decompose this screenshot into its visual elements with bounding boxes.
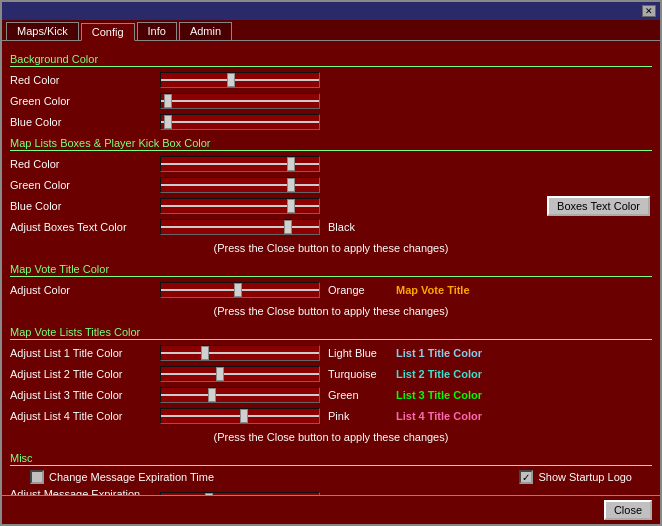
- mvt-adjust-slider-track: [160, 282, 320, 298]
- mvt-note: (Press the Close button to apply these c…: [10, 305, 652, 317]
- mvt-adjust-slider-knob[interactable]: [234, 283, 242, 297]
- change-msg-label: Change Message Expiration Time: [49, 471, 214, 483]
- bottom-bar: Close: [2, 495, 660, 524]
- mvl-row-0: Adjust List 1 Title Color Light Blue Lis…: [10, 344, 652, 362]
- ml-red-slider-knob[interactable]: [287, 157, 295, 171]
- bg-green-slider-knob[interactable]: [164, 94, 172, 108]
- ml-green-row: Green Color: [10, 176, 652, 194]
- ml-adjust-label: Adjust Boxes Text Color: [10, 221, 160, 233]
- map-vote-lists-header: Map Vote Lists Titles Color: [10, 326, 652, 340]
- background-color-header: Background Color: [10, 53, 652, 67]
- ml-note-row: (Press the Close button to apply these c…: [10, 239, 652, 257]
- mvl-slider-knob-0[interactable]: [201, 346, 209, 360]
- mvl-value-2: Green: [328, 389, 388, 401]
- mvl-row-2: Adjust List 3 Title Color Green List 3 T…: [10, 386, 652, 404]
- bg-green-label: Green Color: [10, 95, 160, 107]
- mvl-title-0: List 1 Title Color: [396, 347, 482, 359]
- bg-green-slider-line: [161, 100, 319, 102]
- config-content: Background Color Red Color Green Color B…: [2, 41, 660, 495]
- bg-blue-row: Blue Color: [10, 113, 652, 131]
- mvl-slider-line-2: [161, 394, 319, 396]
- mvl-slider-track-1: [160, 366, 320, 382]
- tab-info[interactable]: Info: [137, 22, 177, 40]
- mvl-row-3: Adjust List 4 Title Color Pink List 4 Ti…: [10, 407, 652, 425]
- bg-red-slider-knob[interactable]: [227, 73, 235, 87]
- ml-green-label: Green Color: [10, 179, 160, 191]
- mvl-label-1: Adjust List 2 Title Color: [10, 368, 160, 380]
- mvl-title-2: List 3 Title Color: [396, 389, 482, 401]
- misc-expiration-row: Adjust Message Expiration Time 8 sec: [10, 488, 652, 495]
- bg-blue-slider-line: [161, 121, 319, 123]
- ml-blue-label: Blue Color: [10, 200, 160, 212]
- map-vote-title-header: Map Vote Title Color: [10, 263, 652, 277]
- show-startup-checkbox[interactable]: [519, 470, 533, 484]
- misc-header: Misc: [10, 452, 652, 466]
- mvl-row-1: Adjust List 2 Title Color Turquoise List…: [10, 365, 652, 383]
- ml-blue-slider-knob[interactable]: [287, 199, 295, 213]
- ml-adjust-row: Adjust Boxes Text Color Black: [10, 218, 652, 236]
- change-msg-checkbox[interactable]: [30, 470, 44, 484]
- mvt-value: Orange: [328, 284, 388, 296]
- ml-adjust-slider-line: [161, 226, 319, 228]
- bg-red-label: Red Color: [10, 74, 160, 86]
- ml-adjust-slider-knob[interactable]: [284, 220, 292, 234]
- misc-expiration-slider-knob[interactable]: [205, 493, 213, 495]
- tab-config[interactable]: Config: [81, 23, 135, 41]
- mvl-label-3: Adjust List 4 Title Color: [10, 410, 160, 422]
- bg-blue-slider-track: [160, 114, 320, 130]
- mvl-slider-track-2: [160, 387, 320, 403]
- ml-green-slider-knob[interactable]: [287, 178, 295, 192]
- bg-red-slider-line: [161, 79, 319, 81]
- ml-blue-row: Blue Color Boxes Text Color: [10, 197, 652, 215]
- mvl-note-row: (Press the Close button to apply these c…: [10, 428, 652, 446]
- mvl-slider-line-1: [161, 373, 319, 375]
- bg-green-slider-track: [160, 93, 320, 109]
- ml-adjust-value: Black: [328, 221, 388, 233]
- mvl-slider-track-3: [160, 408, 320, 424]
- mvl-title-3: List 4 Title Color: [396, 410, 482, 422]
- bg-red-row: Red Color: [10, 71, 652, 89]
- ml-blue-slider-track: [160, 198, 320, 214]
- tab-admin[interactable]: Admin: [179, 22, 232, 40]
- mvl-value-0: Light Blue: [328, 347, 388, 359]
- boxes-text-color-button[interactable]: Boxes Text Color: [547, 196, 650, 216]
- mvl-label-0: Adjust List 1 Title Color: [10, 347, 160, 359]
- ml-red-row: Red Color: [10, 155, 652, 173]
- mvl-slider-track-0: [160, 345, 320, 361]
- mvl-slider-knob-1[interactable]: [216, 367, 224, 381]
- bg-green-row: Green Color: [10, 92, 652, 110]
- close-icon[interactable]: ✕: [642, 5, 656, 17]
- main-window: ✕ Maps/Kick Config Info Admin Background…: [0, 0, 662, 526]
- close-button[interactable]: Close: [604, 500, 652, 520]
- mvt-adjust-row: Adjust Color Orange Map Vote Title: [10, 281, 652, 299]
- bg-red-slider-track: [160, 72, 320, 88]
- ml-red-slider-track: [160, 156, 320, 172]
- misc-expiration-label: Adjust Message Expiration Time: [10, 488, 160, 495]
- ml-note: (Press the Close button to apply these c…: [10, 242, 652, 254]
- mvl-label-2: Adjust List 3 Title Color: [10, 389, 160, 401]
- tab-maps-kick[interactable]: Maps/Kick: [6, 22, 79, 40]
- mvl-title-1: List 2 Title Color: [396, 368, 482, 380]
- tab-bar: Maps/Kick Config Info Admin: [2, 20, 660, 41]
- mvl-slider-knob-3[interactable]: [240, 409, 248, 423]
- misc-expiration-slider-track: [160, 492, 320, 495]
- mvt-adjust-label: Adjust Color: [10, 284, 160, 296]
- mvt-title: Map Vote Title: [396, 284, 470, 296]
- mvl-slider-knob-2[interactable]: [208, 388, 216, 402]
- mvl-slider-line-0: [161, 352, 319, 354]
- ml-red-label: Red Color: [10, 158, 160, 170]
- bg-blue-label: Blue Color: [10, 116, 160, 128]
- title-bar: ✕: [2, 2, 660, 20]
- show-startup-label: Show Startup Logo: [538, 471, 632, 483]
- misc-checkboxes-row: Change Message Expiration Time Show Star…: [10, 470, 652, 484]
- mvl-note: (Press the Close button to apply these c…: [10, 431, 652, 443]
- mvl-value-1: Turquoise: [328, 368, 388, 380]
- ml-adjust-slider-track: [160, 219, 320, 235]
- mvt-note-row: (Press the Close button to apply these c…: [10, 302, 652, 320]
- map-lists-header: Map Lists Boxes & Player Kick Box Color: [10, 137, 652, 151]
- bg-blue-slider-knob[interactable]: [164, 115, 172, 129]
- mvl-value-3: Pink: [328, 410, 388, 422]
- ml-green-slider-track: [160, 177, 320, 193]
